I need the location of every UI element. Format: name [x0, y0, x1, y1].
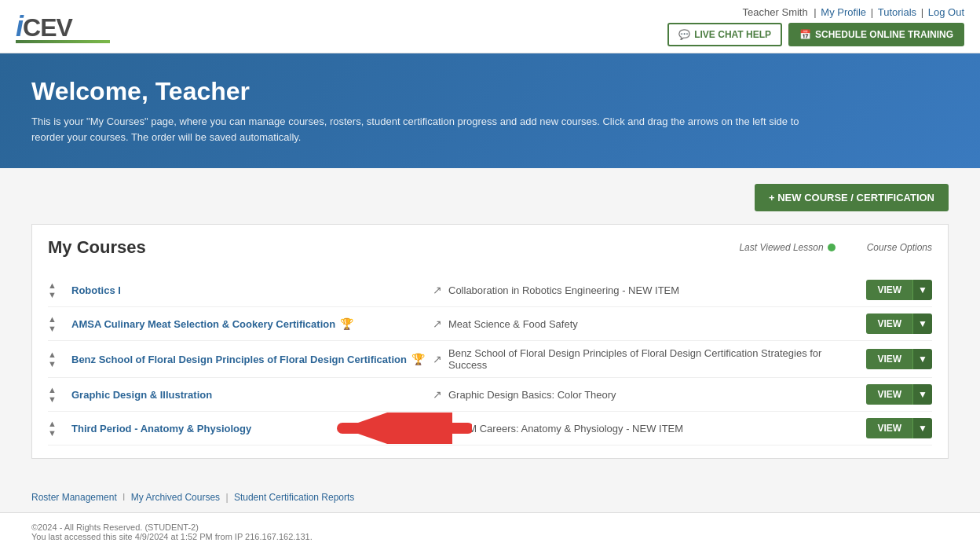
- copyright-text: ©2024 - All Rights Reserved. (STUDENT-2): [31, 522, 949, 532]
- arrow-down[interactable]: ▼: [48, 290, 64, 299]
- arrow-up[interactable]: ▲: [48, 350, 64, 359]
- view-dropdown-button[interactable]: ▼: [912, 314, 932, 334]
- new-course-row: + NEW COURSE / CERTIFICATION: [31, 184, 949, 211]
- view-btn-group: VIEW▼: [854, 314, 932, 334]
- top-nav: iCEV Teacher Smith | My Profile | Tutori…: [0, 0, 980, 53]
- table-row: ▲▼AMSA Culinary Meat Selection & Cookery…: [48, 307, 932, 341]
- sort-arrows[interactable]: ▲▼: [48, 419, 64, 438]
- certification-reports-link[interactable]: Student Certification Reports: [234, 492, 354, 503]
- sort-arrows[interactable]: ▲▼: [48, 280, 64, 299]
- courses-header: My Courses Last Viewed Lesson Course Opt…: [48, 237, 932, 264]
- view-button[interactable]: VIEW: [866, 280, 912, 300]
- course-list: ▲▼Robotics I↗Collaboration in Robotics E…: [48, 273, 932, 446]
- last-lesson-col: ↗Benz School of Floral Design Principles…: [433, 347, 854, 371]
- arrow-down[interactable]: ▼: [48, 394, 64, 404]
- external-link-icon[interactable]: ↗: [433, 317, 442, 330]
- my-profile-link[interactable]: My Profile: [821, 6, 866, 18]
- arrow-down[interactable]: ▼: [48, 428, 64, 438]
- welcome-description: This is your "My Courses" page, where yo…: [31, 114, 817, 145]
- arrow-up[interactable]: ▲: [48, 385, 64, 394]
- view-dropdown-button[interactable]: ▼: [912, 418, 932, 438]
- last-lesson-col: ↗Meat Science & Food Safety: [433, 317, 854, 330]
- cert-icon: 🏆: [411, 353, 425, 365]
- logo-text: iCEV: [16, 10, 110, 43]
- logo-cev-text: CEV: [23, 13, 72, 42]
- last-lesson-col: ↗Graphic Design Basics: Color Theory: [433, 388, 854, 401]
- live-chat-button[interactable]: 💬 LIVE CHAT HELP: [667, 23, 782, 46]
- logo-i-letter: i: [16, 10, 23, 42]
- sort-arrows[interactable]: ▲▼: [48, 314, 64, 333]
- footer-sep2: |: [225, 492, 230, 503]
- arrow-down[interactable]: ▼: [48, 324, 64, 333]
- external-link-icon[interactable]: ↗: [433, 388, 442, 401]
- course-name[interactable]: Benz School of Floral Design Principles …: [71, 353, 433, 365]
- lesson-name: Graphic Design Basics: Color Theory: [448, 389, 616, 401]
- courses-title: My Courses: [48, 237, 146, 258]
- arrow-up[interactable]: ▲: [48, 280, 64, 290]
- bottom-footer: ©2024 - All Rights Reserved. (STUDENT-2)…: [0, 512, 980, 550]
- table-row: ▲▼Robotics I↗Collaboration in Robotics E…: [48, 273, 932, 307]
- user-links: Teacher Smith | My Profile | Tutorials |…: [741, 6, 964, 18]
- access-info-text: You last accessed this site 4/9/2024 at …: [31, 532, 949, 541]
- action-buttons: 💬 LIVE CHAT HELP 📅 SCHEDULE ONLINE TRAIN…: [667, 23, 964, 46]
- cert-icon: 🏆: [340, 317, 353, 330]
- lesson-name: Benz School of Floral Design Principles …: [448, 347, 854, 371]
- view-dropdown-button[interactable]: ▼: [912, 280, 932, 300]
- table-row: ▲▼Graphic Design & Illustration↗Graphic …: [48, 378, 932, 412]
- table-row: ▲▼Benz School of Floral Design Principle…: [48, 341, 932, 378]
- course-name[interactable]: AMSA Culinary Meat Selection & Cookery C…: [71, 317, 433, 330]
- external-link-icon[interactable]: ↗: [433, 422, 442, 434]
- arrow-up[interactable]: ▲: [48, 419, 64, 428]
- arrow-up[interactable]: ▲: [48, 314, 64, 324]
- arrow-down[interactable]: ▼: [48, 359, 64, 368]
- logout-link[interactable]: Log Out: [928, 6, 964, 18]
- courses-meta: Last Viewed Lesson Course Options: [739, 242, 932, 253]
- view-button[interactable]: VIEW: [866, 349, 912, 369]
- sort-arrows[interactable]: ▲▼: [48, 350, 64, 368]
- archived-courses-link[interactable]: My Archived Courses: [131, 492, 220, 503]
- roster-management-link[interactable]: Roster Management: [31, 492, 117, 503]
- schedule-label: SCHEDULE ONLINE TRAINING: [815, 29, 953, 40]
- tutorials-link[interactable]: Tutorials: [878, 6, 916, 18]
- external-link-icon[interactable]: ↗: [433, 353, 442, 365]
- new-course-button[interactable]: + NEW COURSE / CERTIFICATION: [755, 184, 949, 211]
- last-lesson-col: ↗STEM Careers: Anatomy & Physiology - NE…: [433, 422, 854, 434]
- footer-links: Roster Management I My Archived Courses …: [0, 482, 980, 512]
- table-row: ▲▼Third Period - Anatomy & Physiology↗ST…: [48, 412, 932, 446]
- calendar-icon: 📅: [799, 29, 811, 40]
- top-right-section: Teacher Smith | My Profile | Tutorials |…: [667, 6, 964, 46]
- sort-arrows[interactable]: ▲▼: [48, 385, 64, 404]
- view-dropdown-button[interactable]: ▼: [912, 384, 932, 405]
- view-btn-group: VIEW▼: [854, 280, 932, 300]
- separator3: |: [921, 6, 927, 18]
- welcome-banner: Welcome, Teacher This is your "My Course…: [0, 53, 980, 168]
- last-lesson-col: ↗Collaboration in Robotics Engineering -…: [433, 284, 854, 296]
- view-btn-group: VIEW▼: [854, 349, 932, 369]
- lesson-name: Meat Science & Food Safety: [448, 318, 578, 330]
- view-button[interactable]: VIEW: [866, 418, 912, 438]
- external-link-icon[interactable]: ↗: [433, 284, 442, 296]
- course-name[interactable]: Third Period - Anatomy & Physiology: [71, 423, 433, 434]
- last-viewed-label: Last Viewed Lesson: [739, 242, 835, 253]
- course-name[interactable]: Robotics I: [71, 284, 433, 296]
- lesson-name: Collaboration in Robotics Engineering - …: [448, 284, 679, 296]
- course-name[interactable]: Graphic Design & Illustration: [71, 389, 433, 401]
- chat-icon: 💬: [678, 29, 690, 40]
- view-btn-group: VIEW▼: [854, 418, 932, 438]
- courses-section: My Courses Last Viewed Lesson Course Opt…: [31, 224, 949, 459]
- welcome-title: Welcome, Teacher: [31, 77, 949, 106]
- logo: iCEV: [16, 10, 110, 43]
- separator2: |: [871, 6, 876, 18]
- view-button[interactable]: VIEW: [866, 314, 912, 334]
- schedule-training-button[interactable]: 📅 SCHEDULE ONLINE TRAINING: [788, 23, 964, 46]
- user-name: Teacher Smith: [743, 6, 808, 18]
- view-dropdown-button[interactable]: ▼: [912, 349, 932, 369]
- footer-sep1: I: [122, 492, 128, 503]
- main-content: + NEW COURSE / CERTIFICATION My Courses …: [0, 168, 980, 482]
- green-dot-icon: [828, 244, 836, 251]
- separator1: |: [814, 6, 819, 18]
- view-btn-group: VIEW▼: [854, 384, 932, 405]
- live-chat-label: LIVE CHAT HELP: [694, 29, 771, 40]
- view-button[interactable]: VIEW: [866, 384, 912, 405]
- lesson-name: STEM Careers: Anatomy & Physiology - NEW…: [448, 423, 683, 434]
